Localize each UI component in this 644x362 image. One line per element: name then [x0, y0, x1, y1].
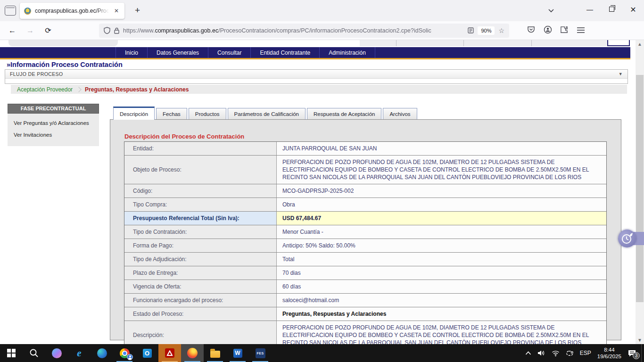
taskbar-copilot[interactable]	[45, 344, 68, 362]
breadcrumb: Aceptación Proveedor Preguntas, Respuest…	[11, 85, 627, 94]
detail-row: Plazo de Entrega: 70 dias	[124, 266, 606, 280]
start-button[interactable]	[0, 344, 23, 362]
tablet-mode-icon[interactable]	[566, 350, 574, 356]
scroll-down-icon[interactable]: ▼	[636, 336, 644, 344]
taskbar-fes-app[interactable]: FES	[249, 344, 272, 362]
firefox-icon	[187, 348, 198, 358]
lock-icon[interactable]	[114, 27, 119, 34]
tab-close-icon[interactable]: ✕	[113, 7, 120, 15]
minimize-button[interactable]: —	[579, 6, 601, 13]
zoom-level-button[interactable]: 90%	[478, 26, 495, 35]
scrollbar-thumb[interactable]	[636, 75, 644, 302]
bookmark-star-icon[interactable]: ☆	[498, 27, 504, 34]
taskbar-outlook[interactable]: O	[136, 344, 158, 362]
detail-label: Objeto de Proceso:	[124, 156, 276, 184]
account-icon[interactable]	[544, 25, 552, 36]
detail-label: Vigencia de Oferta:	[124, 280, 276, 293]
taskbar-clock[interactable]: 8:44 19/6/2025	[597, 346, 621, 360]
detail-label: Presupuesto Referencial Total (Sin Iva):	[124, 212, 276, 225]
show-desktop-button[interactable]	[641, 344, 644, 362]
content-tab[interactable]: Archivos	[383, 108, 417, 120]
word-icon: W	[233, 349, 242, 358]
sidebar-link[interactable]: Ver Preguntas y/ó Aclaraciones	[8, 117, 99, 129]
nav-menu-item[interactable]: Consultar	[208, 47, 251, 58]
firefox-view-icon[interactable]	[5, 6, 16, 16]
detail-value: Total	[276, 253, 606, 266]
description-panel: Descripción del Proceso de Contratación …	[110, 119, 621, 340]
pocket-icon[interactable]	[527, 26, 535, 35]
chrome-profile-badge	[127, 354, 133, 360]
forward-button[interactable]: →	[25, 26, 36, 35]
restore-button[interactable]	[601, 6, 622, 13]
edge-icon	[97, 348, 107, 358]
sidebar-header: FASE PRECONTRACTUAL	[8, 104, 99, 114]
breadcrumb-chevron-icon	[76, 87, 81, 92]
detail-row: Estado del Proceso: Preguntas, Respuesta…	[124, 307, 606, 321]
nav-menu-item[interactable]: Administración	[320, 47, 375, 58]
taskbar-internet-explorer[interactable]: e	[68, 344, 91, 362]
detail-row: Tipo de Adjudicación: Total	[124, 252, 606, 266]
content-tab[interactable]: Productos	[189, 108, 226, 120]
details-table: Entidad: JUNTA PARROQUIAL DE SAN JUAN Ob…	[124, 141, 607, 344]
detail-value: 70 dias	[276, 266, 606, 280]
menu-hamburger-icon[interactable]	[577, 26, 585, 35]
language-indicator[interactable]: ESP	[580, 350, 591, 356]
content-tab[interactable]: Respuesta de Aceptación	[307, 108, 381, 120]
detail-label: Estado del Proceso:	[124, 307, 276, 321]
content-tab[interactable]: Fechas	[156, 108, 187, 120]
vertical-scrollbar[interactable]: ▲ ▼	[636, 40, 644, 344]
wifi-icon[interactable]	[552, 350, 560, 356]
detail-row: Vigencia de Oferta: 60 días	[124, 280, 606, 293]
taskbar-edge[interactable]	[91, 344, 113, 362]
reader-mode-icon[interactable]	[468, 27, 474, 33]
detail-label: Entidad:	[124, 142, 276, 155]
reload-button[interactable]: ⟳	[42, 26, 54, 35]
content-tab[interactable]: Descripción	[113, 107, 155, 120]
taskbar-search[interactable]	[23, 344, 45, 362]
detail-label: Tipo de Contratación:	[124, 225, 276, 239]
hidden-icons-chevron[interactable]	[525, 351, 531, 355]
detail-value: Menor Cuantía -	[276, 225, 606, 239]
sidebar-link[interactable]: Ver Invitaciones	[8, 129, 99, 140]
detail-value: PERFORACION DE POZO PROFUNDO DE AGUA DE …	[276, 321, 606, 344]
breadcrumb-step-accepted[interactable]: Aceptación Proveedor	[17, 86, 73, 93]
cutoff-header-element	[8, 40, 118, 46]
taskbar-chrome[interactable]	[113, 344, 136, 362]
content-tab[interactable]: Parámetros de Calificación	[228, 108, 305, 120]
taskbar-firefox[interactable]	[181, 344, 204, 362]
notification-badge: 3	[633, 352, 640, 359]
list-all-tabs-icon[interactable]	[548, 6, 554, 15]
taskbar-file-explorer[interactable]	[204, 344, 226, 362]
volume-icon[interactable]	[537, 350, 545, 356]
notification-center-icon[interactable]: 3	[627, 349, 636, 357]
nav-menu-item[interactable]: Inicio	[116, 47, 148, 58]
detail-value: Preguntas, Respuestas y Aclaraciones	[276, 307, 606, 321]
taskbar-word[interactable]: W	[226, 344, 249, 362]
detail-row: Presupuesto Referencial Total (Sin Iva):…	[124, 211, 606, 225]
detail-label: Descripción:	[124, 321, 276, 344]
browser-tab[interactable]: compraspublicas.gob.ec/Proce ✕	[20, 3, 124, 19]
detail-row: Forma de Pago: Anticipo: 50% Saldo: 50.0…	[124, 239, 606, 252]
detail-label: Código:	[124, 184, 276, 197]
url-bar[interactable]: https://www.compraspublicas.gob.ec/Proce…	[99, 24, 509, 38]
cutoff-header-links	[360, 40, 627, 46]
detail-row: Entidad: JUNTA PARROQUIAL DE SAN JUAN	[124, 142, 606, 155]
outlook-icon: O	[143, 349, 152, 358]
new-tab-button[interactable]: +	[132, 4, 143, 16]
tab-title: compraspublicas.gob.ec/Proce	[35, 8, 109, 14]
content-tabs: DescripciónFechasProductosParámetros de …	[113, 107, 417, 120]
back-button[interactable]: ←	[7, 26, 18, 35]
flow-select[interactable]: FLUJO DE PROCESO ▼	[5, 70, 627, 79]
clock-extension-widget[interactable]	[618, 230, 636, 247]
flow-select-value: FLUJO DE PROCESO	[10, 71, 63, 77]
extensions-puzzle-icon[interactable]	[561, 25, 569, 35]
shield-icon[interactable]	[104, 27, 110, 34]
taskbar-acrobat[interactable]	[158, 344, 181, 362]
close-button[interactable]: ✕	[622, 5, 644, 14]
nav-menu-item[interactable]: Entidad Contratante	[251, 47, 320, 58]
scroll-up-icon[interactable]: ▲	[636, 40, 644, 48]
detail-row: Funcionario encargado del proceso: saloc…	[124, 293, 606, 307]
internet-explorer-icon: e	[77, 347, 81, 359]
detail-value: USD 67,484.67	[276, 212, 606, 225]
nav-menu-item[interactable]: Datos Generales	[148, 47, 208, 58]
